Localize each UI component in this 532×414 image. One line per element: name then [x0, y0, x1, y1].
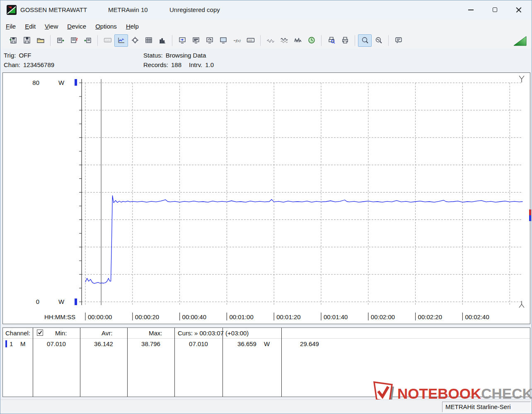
- toolbar-separator: [50, 35, 51, 46]
- device-flash-icon: [70, 36, 78, 46]
- menu-file[interactable]: File: [1, 21, 20, 32]
- view-xy-icon: [131, 36, 139, 46]
- svg-text:188: 188: [248, 39, 252, 41]
- menu-help[interactable]: Help: [121, 21, 143, 32]
- records-status: Records:188 Intrv.1.0: [143, 61, 214, 68]
- print-preview-icon: [327, 36, 336, 46]
- svg-text:00:02:20: 00:02:20: [418, 313, 442, 320]
- annotation-icon: [394, 36, 403, 46]
- table-header-max: Max:: [149, 330, 162, 337]
- close-button[interactable]: [507, 0, 531, 19]
- power-chart[interactable]: 80W0WHH:MM:SS00:00:0000:00:2000:00:4000:…: [3, 73, 530, 323]
- column-divider: [33, 328, 33, 397]
- menu-view[interactable]: View: [40, 21, 63, 32]
- min-value: 07.010: [33, 340, 80, 347]
- meter-window-button[interactable]: [203, 34, 216, 47]
- toolbar-corner-badge-icon: [513, 36, 527, 48]
- app-title: GOSSEN METRAWATT: [20, 6, 87, 13]
- toolbar-separator: [260, 35, 261, 46]
- view-xy-button[interactable]: [128, 34, 142, 47]
- column-divider: [174, 328, 175, 397]
- metrawin-window: GOSSEN METRAWATT METRAwin 10 Unregistere…: [0, 0, 532, 414]
- open-data-icon: [9, 36, 17, 46]
- svg-text:00:01:40: 00:01:40: [324, 313, 348, 320]
- annotation-button[interactable]: [392, 34, 405, 47]
- view-chart-icon: [117, 36, 126, 46]
- column-divider: [80, 328, 80, 397]
- toolbar-separator: [172, 35, 172, 46]
- browsing-status: Status:Browsing Data: [143, 52, 206, 59]
- digital-display-icon: 188: [247, 36, 255, 46]
- view-table-icon: [145, 36, 153, 46]
- save-data-button[interactable]: [20, 34, 34, 47]
- maximize-icon: [493, 7, 497, 12]
- screen-window-button[interactable]: [216, 34, 230, 47]
- trigger-status: Trig:OFF: [4, 52, 31, 59]
- measurement-table: Channel: Min: Avr: Max: Curs: » 00:03:07…: [2, 327, 530, 397]
- timer-button[interactable]: [305, 34, 318, 47]
- curve-envelope-button[interactable]: [277, 34, 291, 47]
- open-data-button[interactable]: [6, 34, 20, 47]
- table-header-cursor: Curs: » 00:03:07 (+03:00): [178, 330, 249, 337]
- svg-text:W: W: [58, 79, 65, 86]
- license-note: Unregistered copy: [169, 6, 220, 13]
- view-histogram-icon: [158, 36, 167, 46]
- device-flash-button[interactable]: [67, 34, 81, 47]
- gossen-metrawatt-logo-icon: [6, 5, 17, 15]
- column-divider: [222, 328, 223, 397]
- cursor1-value: 07.010: [174, 340, 222, 347]
- display-1557-button[interactable]: 1557: [101, 34, 114, 47]
- svg-text:1557: 1557: [105, 39, 111, 41]
- header-divider: [3, 338, 530, 339]
- zoom-curve-button[interactable]: [372, 34, 385, 47]
- document-title: METRAwin 10: [108, 6, 148, 13]
- avr-value: 36.142: [80, 340, 127, 347]
- window-controls: [459, 0, 531, 19]
- svg-text:00:02:00: 00:02:00: [371, 313, 395, 320]
- device-read-button[interactable]: [53, 34, 67, 47]
- svg-text:W: W: [58, 298, 65, 305]
- meter-window-icon: [206, 36, 214, 46]
- minimize-button[interactable]: [459, 0, 483, 19]
- device-write-button[interactable]: [81, 34, 94, 47]
- svg-text:HH:MM:SS: HH:MM:SS: [44, 313, 75, 320]
- toolbar-separator: [97, 35, 98, 46]
- maximize-button[interactable]: [483, 0, 507, 19]
- toolbar: 1557=f(x)188: [0, 33, 532, 48]
- menubar: File Edit View Device Options Help: [0, 19, 532, 33]
- toolbar-separator: [355, 35, 355, 46]
- column-divider: [281, 328, 282, 397]
- svg-text:00:00:20: 00:00:20: [135, 313, 159, 320]
- view-histogram-button[interactable]: [155, 34, 169, 47]
- menu-options[interactable]: Options: [91, 21, 121, 32]
- curve-min-icon: [266, 36, 275, 46]
- channel-color-bar: [5, 340, 7, 347]
- chart-area[interactable]: 80W0WHH:MM:SS00:00:0000:00:2000:00:4000:…: [2, 72, 530, 324]
- svg-text:0: 0: [36, 298, 39, 305]
- view-chart-button[interactable]: [114, 34, 128, 47]
- channel-number: 1: [10, 340, 13, 347]
- cursor-position-indicator: [529, 209, 531, 221]
- transfer-window-button[interactable]: [175, 34, 189, 47]
- curve-min-button[interactable]: [264, 34, 277, 47]
- formula-button[interactable]: =f(x): [230, 34, 244, 47]
- curve-spikes-icon: [294, 36, 302, 46]
- cursor-delta-value: 29.649: [285, 340, 334, 347]
- digital-display-button[interactable]: 188: [244, 34, 257, 47]
- svg-text:00:00:00: 00:00:00: [88, 313, 112, 320]
- max-value: 38.796: [127, 340, 174, 347]
- menu-edit[interactable]: Edit: [20, 21, 40, 32]
- print-preview-button[interactable]: [324, 34, 338, 47]
- statusbar: METRAHit Starline-Seri: [0, 400, 532, 414]
- list-window-button[interactable]: [189, 34, 203, 47]
- view-table-button[interactable]: [142, 34, 155, 47]
- timer-icon: [307, 36, 316, 46]
- curve-spikes-button[interactable]: [291, 34, 305, 47]
- print-button[interactable]: [338, 34, 352, 47]
- minimize-icon: [468, 10, 474, 10]
- list-window-icon: [192, 36, 200, 46]
- menu-device[interactable]: Device: [63, 21, 91, 32]
- open-file-button[interactable]: [34, 34, 47, 47]
- channel-visibility-checkbox[interactable]: [37, 330, 43, 336]
- zoom-mode-button[interactable]: [358, 34, 372, 47]
